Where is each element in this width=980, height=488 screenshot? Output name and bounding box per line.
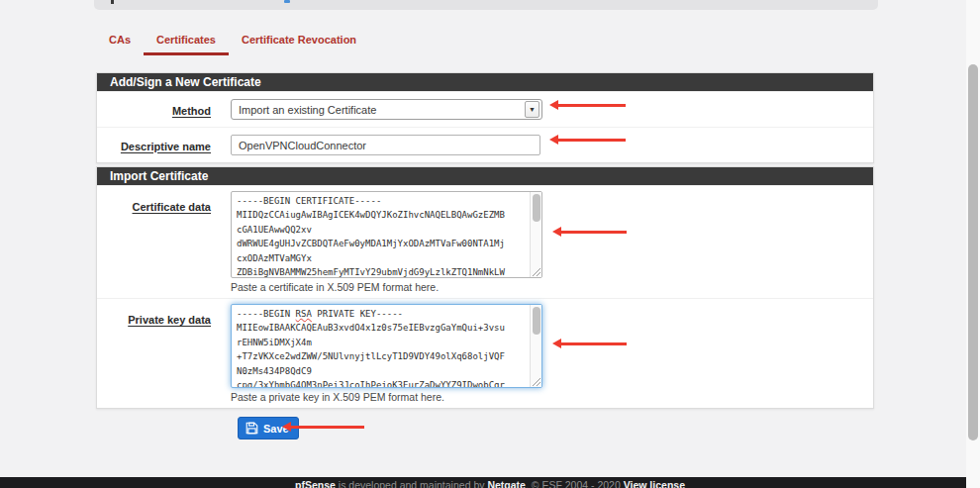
chevron-down-icon: ▼ bbox=[525, 101, 539, 118]
floppy-disk-icon bbox=[245, 422, 258, 435]
certificate-data-help: Paste a certificate in X.509 PEM format … bbox=[231, 281, 873, 293]
certificate-data-label: Certificate data bbox=[133, 201, 211, 213]
scrollbar-thumb[interactable] bbox=[533, 194, 540, 222]
private-key-data-help: Paste a private key in X.509 PEM format … bbox=[231, 391, 873, 403]
page: CAs Certificates Certificate Revocation … bbox=[0, 0, 980, 488]
descriptive-name-input[interactable]: OpenVPNCloudConnector bbox=[231, 135, 540, 155]
descriptive-name-value: OpenVPNCloudConnector bbox=[239, 140, 366, 151]
method-row: Method Import an existing Certificate ▼ bbox=[97, 91, 873, 127]
annotation-arrow-certificate-data bbox=[561, 231, 627, 234]
breadcrumb-strip-cutoff bbox=[94, 0, 878, 10]
textarea-scrollbar[interactable] bbox=[530, 305, 541, 387]
footer-text: pfSense is developed and maintained by N… bbox=[0, 479, 980, 488]
tab-bar: CAs Certificates Certificate Revocation bbox=[96, 29, 369, 55]
add-sign-certificate-panel: Add/Sign a New Certificate Method Import… bbox=[96, 72, 874, 163]
breadcrumb-text-fragment bbox=[111, 0, 114, 4]
spellcheck-word: RSA bbox=[296, 309, 312, 319]
annotation-arrow-private-key bbox=[561, 342, 627, 345]
help-link-fragment bbox=[284, 0, 290, 3]
descriptive-name-row: Descriptive name OpenVPNCloudConnector bbox=[97, 127, 873, 162]
method-label: Method bbox=[172, 105, 211, 117]
page-scrollbar[interactable] bbox=[966, 0, 980, 488]
panel-title: Add/Sign a New Certificate bbox=[97, 73, 873, 91]
certificate-data-textarea[interactable]: -----BEGIN CERTIFICATE----- MIIDQzCCAiug… bbox=[231, 191, 542, 278]
annotation-arrow-method bbox=[558, 104, 626, 107]
private-key-data-value: -----BEGIN RSA PRIVATE KEY-----MIIEowIBA… bbox=[232, 305, 541, 388]
tab-certificate-revocation[interactable]: Certificate Revocation bbox=[229, 29, 369, 55]
certificate-data-value: -----BEGIN CERTIFICATE----- MIIDQzCCAiug… bbox=[232, 192, 541, 278]
page-scrollbar-thumb[interactable] bbox=[968, 64, 978, 440]
tab-cas[interactable]: CAs bbox=[96, 29, 144, 55]
footer-company: Netgate bbox=[487, 479, 526, 488]
panel-title: Import Certificate bbox=[97, 167, 873, 185]
import-certificate-panel: Import Certificate Certificate data ----… bbox=[96, 166, 874, 409]
annotation-arrow-save bbox=[291, 426, 364, 429]
descriptive-name-label: Descriptive name bbox=[121, 141, 211, 152]
method-select-value: Import an existing Certificate bbox=[232, 104, 525, 116]
footer: pfSense is developed and maintained by N… bbox=[0, 477, 980, 488]
private-key-data-label: Private key data bbox=[128, 314, 211, 326]
tab-certificates[interactable]: Certificates bbox=[144, 29, 229, 55]
method-select[interactable]: Import an existing Certificate ▼ bbox=[231, 99, 542, 120]
private-key-data-textarea[interactable]: -----BEGIN RSA PRIVATE KEY-----MIIEowIBA… bbox=[231, 304, 542, 388]
scrollbar-thumb[interactable] bbox=[533, 307, 540, 335]
private-key-data-row: Private key data -----BEGIN RSA PRIVATE … bbox=[97, 298, 873, 408]
certificate-data-row: Certificate data -----BEGIN CERTIFICATE-… bbox=[97, 185, 873, 298]
view-license-link[interactable]: View license bbox=[624, 479, 685, 488]
textarea-scrollbar[interactable] bbox=[530, 192, 541, 277]
footer-brand: pfSense bbox=[295, 479, 336, 488]
annotation-arrow-descriptive-name bbox=[558, 139, 626, 142]
